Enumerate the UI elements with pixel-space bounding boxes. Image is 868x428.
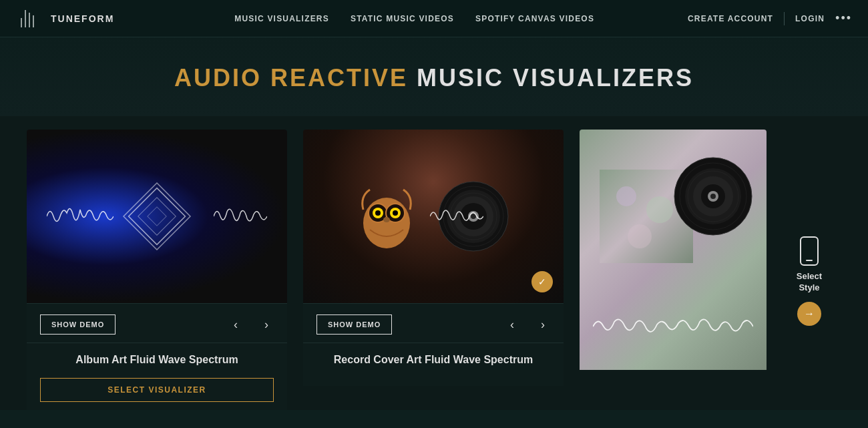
hero-title-white: MUSIC VISUALIZERS — [408, 64, 694, 91]
card-2-bottom: SHOW DEMO ‹ › Record Cover Art Fluid Wav… — [303, 303, 564, 386]
card-1: SHOW DEMO ‹ › Album Art Fluid Wave Spect… — [27, 130, 287, 410]
main-nav: MUSIC VISUALIZERS STATIC MUSIC VIDEOS SP… — [141, 14, 688, 23]
cards-section: SHOW DEMO ‹ › Album Art Fluid Wave Spect… — [0, 116, 868, 410]
card-1-title: Album Art Fluid Wave Spectrum — [40, 353, 274, 367]
hero-section: AUDIO REACTIVE MUSIC VISUALIZERS — [0, 37, 868, 116]
select-style-sidebar: SelectStyle → — [783, 130, 836, 326]
card-1-nav-arrows: ‹ › — [228, 315, 274, 335]
select-visualizer-button-1[interactable]: SELECT VISUALIZER — [40, 378, 274, 402]
svg-point-26 — [646, 196, 673, 223]
card-1-divider — [27, 343, 287, 343]
more-menu-button[interactable]: ••• — [835, 11, 852, 25]
card-2-image: ✓ — [303, 130, 564, 303]
nav-divider — [784, 12, 785, 25]
card-2-background: ✓ — [303, 130, 564, 303]
card-3-container — [580, 130, 767, 370]
card-2-controls: SHOW DEMO ‹ › — [316, 314, 550, 335]
card-3-wave — [593, 310, 753, 343]
card-1-bottom: SHOW DEMO ‹ › Album Art Fluid Wave Spect… — [27, 303, 287, 410]
svg-point-25 — [616, 186, 636, 206]
next-arrow-1[interactable]: › — [259, 315, 274, 335]
wave-left — [47, 200, 114, 233]
svg-rect-6 — [148, 207, 166, 226]
svg-point-33 — [710, 194, 716, 199]
card-2-divider — [303, 343, 564, 343]
prev-arrow-2[interactable]: ‹ — [505, 315, 519, 335]
card-2: ✓ SHOW DEMO ‹ › Record Cover Art Fluid W… — [303, 130, 564, 386]
card-1-controls: SHOW DEMO ‹ › — [40, 314, 274, 335]
show-demo-button-2[interactable]: SHOW DEMO — [316, 314, 392, 335]
svg-rect-5 — [138, 198, 176, 236]
svg-point-14 — [393, 210, 398, 216]
svg-point-13 — [375, 210, 381, 216]
create-account-button[interactable]: CREATE ACCOUNT — [688, 14, 773, 23]
header-right: CREATE ACCOUNT LOGIN ••• — [688, 11, 852, 25]
logo-area[interactable]: TUNEFORM — [16, 5, 114, 33]
next-arrow-2[interactable]: › — [535, 315, 550, 335]
card-1-image — [27, 130, 287, 303]
svg-point-15 — [383, 217, 390, 222]
card-3-background — [580, 130, 767, 370]
hero-title-gold: AUDIO REACTIVE — [174, 64, 408, 91]
card-2-wave — [430, 203, 483, 230]
svg-point-8 — [363, 198, 410, 248]
wave-right — [214, 200, 267, 233]
header: TUNEFORM MUSIC VISUALIZERS STATIC MUSIC … — [0, 0, 868, 37]
select-style-panel: SelectStyle — [797, 236, 822, 294]
hero-title: AUDIO REACTIVE MUSIC VISUALIZERS — [13, 64, 855, 92]
nav-music-visualizers[interactable]: MUSIC VISUALIZERS — [234, 14, 329, 23]
select-style-arrow-button[interactable]: → — [797, 302, 821, 326]
card-3-vinyl — [673, 156, 753, 236]
verified-badge: ✓ — [531, 271, 553, 292]
phone-icon — [800, 236, 819, 266]
nav-spotify-canvas-videos[interactable]: SPOTIFY CANVAS VIDEOS — [475, 14, 594, 23]
svg-marker-7 — [124, 183, 190, 250]
card-2-title: Record Cover Art Fluid Wave Spectrum — [316, 353, 550, 367]
diamond-decoration — [117, 176, 197, 256]
show-demo-button-1[interactable]: SHOW DEMO — [40, 314, 116, 335]
select-style-label: SelectStyle — [797, 271, 822, 294]
svg-point-27 — [628, 224, 652, 248]
owl-icon — [357, 183, 417, 250]
nav-static-music-videos[interactable]: STATIC MUSIC VIDEOS — [351, 14, 454, 23]
logo-text: TUNEFORM — [51, 13, 114, 24]
card-2-nav-arrows: ‹ › — [505, 315, 550, 335]
card-1-background — [27, 130, 287, 303]
logo-icon — [16, 5, 44, 33]
svg-rect-4 — [129, 188, 186, 245]
prev-arrow-1[interactable]: ‹ — [228, 315, 243, 335]
login-button[interactable]: LOGIN — [795, 14, 825, 23]
